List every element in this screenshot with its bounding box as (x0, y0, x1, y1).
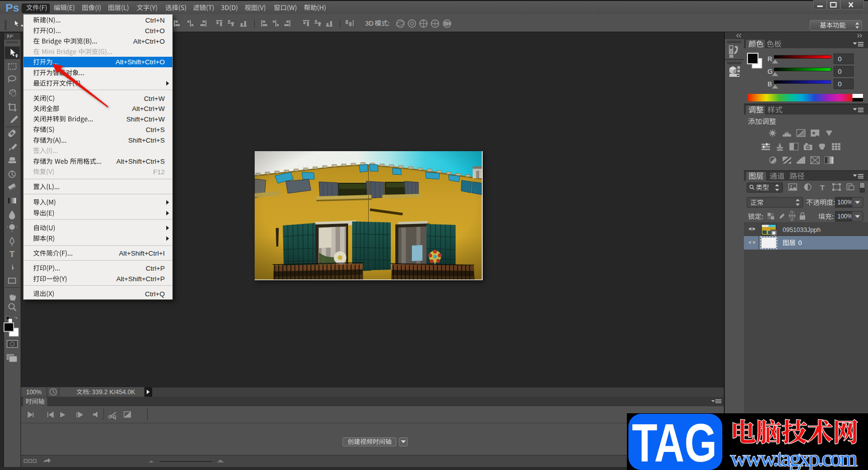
svg-text:0: 0 (838, 80, 842, 88)
svg-text:0: 0 (798, 239, 802, 247)
svg-text:Alt+Ctrl+O: Alt+Ctrl+O (133, 38, 165, 45)
svg-text:TAG: TAG (632, 412, 717, 470)
svg-text:Alt+Shift+Ctrl+P: Alt+Shift+Ctrl+P (117, 275, 165, 283)
svg-text:Alt+Shift+Ctrl+I: Alt+Shift+Ctrl+I (119, 250, 165, 257)
svg-text:Ctrl+S: Ctrl+S (146, 126, 165, 134)
svg-text:F12: F12 (153, 168, 165, 176)
svg-text:0951033Jpph: 0951033Jpph (783, 226, 821, 233)
svg-text:G: G (768, 68, 773, 75)
svg-text:T: T (10, 250, 15, 259)
svg-text:100%: 100% (26, 389, 42, 396)
svg-text:Alt+Shift+Ctrl+O: Alt+Shift+Ctrl+O (116, 58, 165, 66)
svg-text:339.2 K/454.0K: 339.2 K/454.0K (92, 389, 136, 396)
svg-text:0: 0 (838, 68, 842, 75)
svg-text:R: R (768, 55, 772, 63)
svg-text:100%: 100% (837, 213, 853, 220)
svg-text:Shift+Ctrl+W: Shift+Ctrl+W (126, 115, 165, 123)
svg-text:Ctrl+N: Ctrl+N (145, 17, 165, 24)
svg-text:Alt+Shift+Ctrl+S: Alt+Shift+Ctrl+S (117, 158, 165, 165)
svg-text:Ctrl+O: Ctrl+O (145, 27, 165, 35)
svg-text:Ctrl+Q: Ctrl+Q (145, 290, 165, 298)
svg-text:Ctrl+W: Ctrl+W (144, 95, 165, 102)
svg-text:Alt+Ctrl+W: Alt+Ctrl+W (132, 105, 165, 112)
svg-text:3D: 3D (365, 20, 374, 27)
svg-text:Shift+Ctrl+S: Shift+Ctrl+S (128, 137, 165, 144)
svg-text:Ps: Ps (6, 2, 19, 14)
svg-text:www.tagxp.com: www.tagxp.com (730, 445, 857, 470)
svg-text:0: 0 (838, 55, 842, 63)
svg-text:T: T (820, 183, 824, 192)
svg-text:Ctrl+P: Ctrl+P (146, 265, 165, 272)
svg-text:B: B (768, 80, 772, 88)
svg-text:100%: 100% (837, 199, 853, 206)
